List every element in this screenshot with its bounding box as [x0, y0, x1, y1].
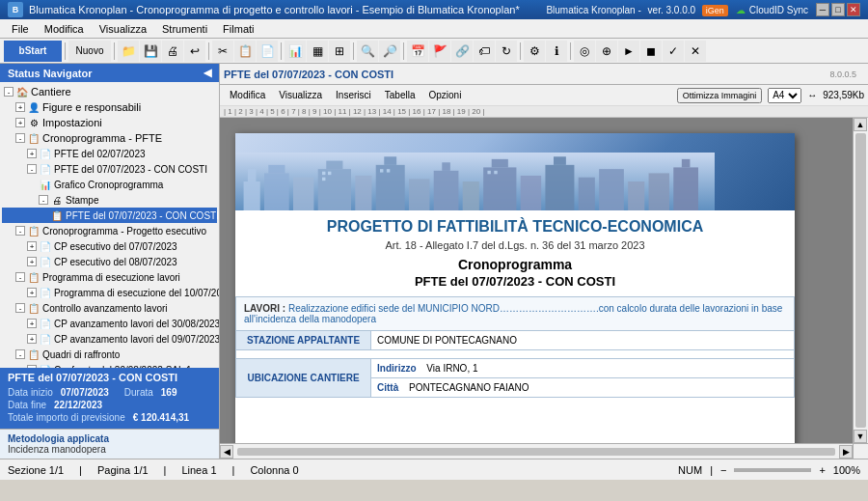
svg-rect-23 — [649, 173, 669, 210]
nav-stampe[interactable]: - 🖨 Stampe — [2, 192, 217, 208]
menu-visualizza[interactable]: Visualizza — [92, 21, 154, 37]
bstart-button[interactable]: bStart — [4, 41, 62, 62]
expand-cp-0808[interactable]: + — [27, 257, 37, 266]
expand-ctrl-avanz[interactable]: - — [15, 303, 25, 313]
nuovo-button[interactable]: Nuovo — [68, 41, 111, 62]
expand-impostazioni[interactable]: + — [15, 118, 25, 127]
maximize-button[interactable]: □ — [831, 3, 845, 16]
ottimizza-button[interactable]: Ottimizza Immagini — [677, 88, 763, 103]
nav-figure[interactable]: + 👤 Figure e responsabili — [2, 99, 217, 115]
nav-crono-pfte[interactable]: - 📋 Cronoprogramma - PFTE — [2, 130, 217, 146]
scrollbar-horizontal[interactable]: ◀ ▶ — [220, 443, 853, 459]
nav-cp-0707[interactable]: + 📄 CP esecutivo del 07/07/2023 — [2, 238, 217, 254]
doc-menu-modifica[interactable]: Modifica — [224, 89, 271, 101]
print-button[interactable]: 🖨 — [162, 41, 183, 62]
info-button[interactable]: ℹ — [546, 41, 567, 62]
nav-grafico[interactable]: 📊 Grafico Cronoprogramma — [2, 177, 217, 192]
zoom-percent-status: 100% — [833, 464, 860, 476]
cantiere-icon: 🏠 — [15, 85, 29, 98]
extra5-button[interactable]: ✓ — [663, 41, 684, 62]
collapse-button[interactable]: ◀ — [203, 67, 211, 79]
expand-cp-avanz-0909[interactable]: + — [27, 334, 37, 344]
save-button[interactable]: 💾 — [140, 41, 161, 62]
scroll-thumb-h[interactable] — [237, 448, 835, 456]
undo-button[interactable]: ↩ — [184, 41, 205, 62]
table-button[interactable]: ▦ — [307, 41, 328, 62]
menu-modifica[interactable]: Modifica — [37, 21, 92, 37]
expand-cp-0707[interactable]: + — [27, 241, 37, 251]
extra6-button[interactable]: ✕ — [685, 41, 706, 62]
nav-quadri[interactable]: - 📋 Quadri di raffronto — [2, 347, 217, 362]
close-button[interactable]: ✕ — [847, 3, 860, 16]
svg-rect-18 — [545, 165, 574, 210]
nav-cp-avanz-0909[interactable]: + 📄 CP avanzamento lavori del 09/07/2023 — [2, 331, 217, 347]
scroll-up-button[interactable]: ▲ — [854, 118, 867, 131]
menu-file[interactable]: File — [4, 21, 37, 37]
nav-ctrl-avanz[interactable]: - 📋 Controllo avanzamento lavori — [2, 300, 217, 316]
settings-button[interactable]: ⚙ — [524, 41, 545, 62]
zoom-slider[interactable] — [734, 468, 811, 472]
expand-figure[interactable]: + — [15, 102, 25, 112]
doc-menu-inserisci[interactable]: Inserisci — [330, 89, 377, 101]
calendar-button[interactable]: 📅 — [407, 41, 428, 62]
scroll-down-button[interactable]: ▼ — [854, 430, 867, 443]
extra4-button[interactable]: ◼ — [640, 41, 662, 62]
menu-strumenti[interactable]: Strumenti — [154, 21, 215, 37]
extra1-button[interactable]: ◎ — [574, 41, 595, 62]
tag-button[interactable]: 🏷 — [474, 41, 495, 62]
nav-pfte-selected[interactable]: 📋 PFTE del 07/07/2023 - CON COSTI — [2, 208, 217, 223]
nav-pfte-2307[interactable]: + 📄 PFTE del 02/07/2023 — [2, 146, 217, 161]
svg-rect-7 — [326, 161, 342, 170]
scroll-thumb-v[interactable] — [855, 133, 866, 428]
nav-prog-exec[interactable]: - 📋 Programma di esecuzione lavori — [2, 269, 217, 285]
doc-menu-opzioni[interactable]: Opzioni — [422, 89, 467, 101]
expand-pfte-2307-con[interactable]: - — [27, 164, 37, 174]
scrollbar-vertical[interactable]: ▲ ▼ — [853, 118, 868, 443]
scroll-right-button[interactable]: ▶ — [839, 445, 853, 459]
zoom-out-status[interactable]: − — [720, 464, 726, 476]
info-panel-title: PFTE del 07/07/2023 - CON COSTI — [8, 372, 211, 383]
menu-filmati[interactable]: Filmati — [215, 21, 261, 37]
zoom-in-status[interactable]: + — [819, 464, 825, 476]
doc-title-section: PROGETTO DI FATTIBILITÀ TECNICO-ECONOMIC… — [235, 210, 795, 296]
extra3-button[interactable]: ► — [618, 41, 639, 62]
expand-cantiere[interactable]: - — [4, 87, 14, 97]
nav-cantiere[interactable]: - 🏠 Cantiere — [2, 84, 217, 99]
expand-quadri[interactable]: - — [15, 349, 25, 359]
grid-button[interactable]: ⊞ — [329, 41, 350, 62]
nav-impostazioni[interactable]: + ⚙ Impostazioni — [2, 115, 217, 130]
nav-cp-0808[interactable]: + 📄 CP esecutivo del 08/07/2023 — [2, 254, 217, 269]
copy-button[interactable]: 📋 — [234, 41, 256, 62]
open-button[interactable]: 📁 — [118, 41, 139, 62]
citta-container: Città PONTECAGNANO FAIANO — [371, 378, 795, 398]
expand-cp-avanz-3008[interactable]: + — [27, 319, 37, 328]
nav-cp-avanz-3008[interactable]: + 📄 CP avanzamento lavori del 30/08/2023 — [2, 316, 217, 331]
minimize-button[interactable]: ─ — [816, 3, 829, 16]
zoom-out-button[interactable]: 🔎 — [379, 41, 400, 62]
formato-select[interactable]: A4 — [768, 88, 801, 103]
info-panel: PFTE del 07/07/2023 - CON COSTI Data ini… — [0, 368, 219, 429]
link-button[interactable]: 🔗 — [451, 41, 473, 62]
zoom-in-button[interactable]: 🔍 — [357, 41, 378, 62]
extra2-button[interactable]: ⊕ — [596, 41, 617, 62]
doc-menu-tabella[interactable]: Tabella — [379, 89, 421, 101]
expand-crono-pfte[interactable]: - — [15, 133, 25, 143]
nav-crono-pe[interactable]: - 📋 Cronoprogramma - Progetto esecutivo — [2, 223, 217, 238]
expand-prog-1007[interactable]: + — [27, 288, 37, 297]
nav-pfte-2307-con[interactable]: - 📄 PFTE del 07/07/2023 - CON COSTI — [2, 161, 217, 177]
scroll-left-button[interactable]: ◀ — [220, 445, 233, 459]
expand-pfte-2307[interactable]: + — [27, 149, 37, 158]
nav-prog-1007[interactable]: + 📄 Programma di esecuzione del 10/07/20… — [2, 285, 217, 300]
flag-button[interactable]: 🚩 — [429, 41, 450, 62]
doc-menu-visualizza[interactable]: Visualizza — [273, 89, 328, 101]
doc-container: PROGETTO DI FATTIBILITÀ TECNICO-ECONOMIC… — [220, 118, 853, 443]
chart-button[interactable]: 📊 — [285, 41, 306, 62]
expand-stampe[interactable]: - — [39, 195, 48, 205]
doc-viewport[interactable]: PROGETTO DI FATTIBILITÀ TECNICO-ECONOMIC… — [220, 118, 853, 443]
expand-crono-pe[interactable]: - — [15, 226, 25, 236]
paste-button[interactable]: 📄 — [257, 41, 278, 62]
expand-prog-exec[interactable]: - — [15, 272, 25, 282]
cut-button[interactable]: ✂ — [212, 41, 233, 62]
crono-pfte-icon: 📋 — [27, 131, 41, 145]
refresh-button[interactable]: ↻ — [496, 41, 517, 62]
